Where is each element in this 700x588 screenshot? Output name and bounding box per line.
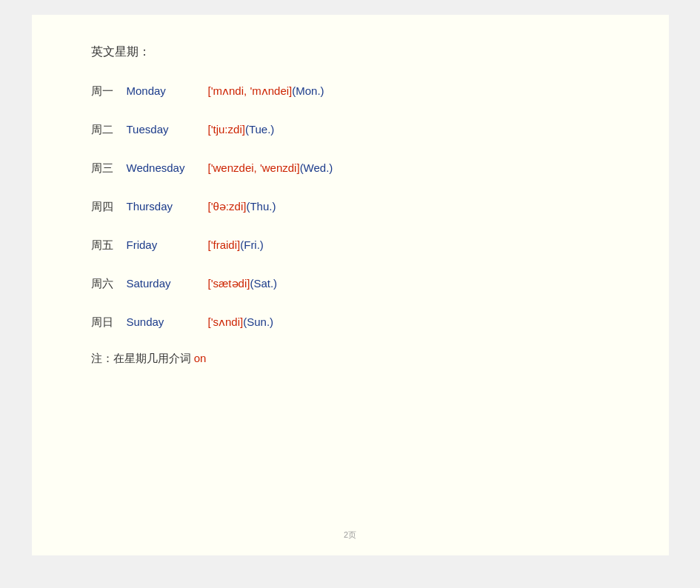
note-row: 注：在星期几用介词 on: [91, 352, 632, 366]
note-prefix: 注：在星期几用介词: [91, 352, 194, 364]
pronunciation: ['wenzdei, 'wenzdi]: [208, 159, 300, 177]
chinese-day: 周二: [91, 121, 121, 138]
abbreviation: (Sat.): [250, 275, 277, 293]
pronunciation: ['θə:zdi]: [208, 198, 247, 216]
english-day: Monday: [127, 82, 208, 100]
english-day: Saturday: [127, 275, 208, 293]
chinese-day: 周六: [91, 275, 121, 293]
english-day: Wednesday: [127, 159, 208, 177]
day-row: 周二Tuesday['tju:zdi] (Tue.): [91, 121, 632, 138]
english-day: Tuesday: [127, 121, 208, 138]
day-row: 周五Friday['fraidi] (Fri.): [91, 236, 632, 254]
abbreviation: (Fri.): [240, 236, 264, 254]
english-day: Thursday: [127, 198, 208, 216]
pronunciation: ['sʌndi]: [208, 313, 244, 331]
english-day: Friday: [127, 236, 208, 254]
chinese-day: 周三: [91, 159, 121, 177]
day-row: 周三Wednesday['wenzdei, 'wenzdi] (Wed.): [91, 159, 632, 177]
pronunciation: ['tju:zdi]: [208, 121, 245, 138]
abbreviation: (Thu.): [246, 198, 276, 216]
english-day: Sunday: [127, 313, 208, 331]
abbreviation: (Sun.): [243, 313, 273, 331]
pronunciation: ['mʌndi, 'mʌndei]: [208, 82, 293, 100]
chinese-day: 周五: [91, 236, 121, 254]
abbreviation: (Tue.): [245, 121, 274, 138]
day-row: 周四Thursday['θə:zdi] (Thu.): [91, 198, 632, 216]
chinese-day: 周一: [91, 82, 121, 100]
pronunciation: ['fraidi]: [208, 236, 241, 254]
abbreviation: (Wed.): [300, 159, 333, 177]
pronunciation: ['sætədi]: [208, 275, 250, 293]
day-row: 周六Saturday['sætədi] (Sat.): [91, 275, 632, 293]
abbreviation: (Mon.): [292, 82, 324, 100]
chinese-day: 周日: [91, 313, 121, 331]
day-row: 周日Sunday['sʌndi] (Sun.): [91, 313, 632, 331]
page-title: 英文星期：: [91, 44, 632, 60]
chinese-day: 周四: [91, 198, 121, 216]
page-container: 英文星期： 周一Monday['mʌndi, 'mʌndei] (Mon.)周二…: [32, 15, 669, 555]
note-keyword: on: [194, 352, 207, 364]
days-list: 周一Monday['mʌndi, 'mʌndei] (Mon.)周二Tuesda…: [91, 82, 632, 331]
page-number: 2页: [344, 529, 356, 541]
day-row: 周一Monday['mʌndi, 'mʌndei] (Mon.): [91, 82, 632, 100]
